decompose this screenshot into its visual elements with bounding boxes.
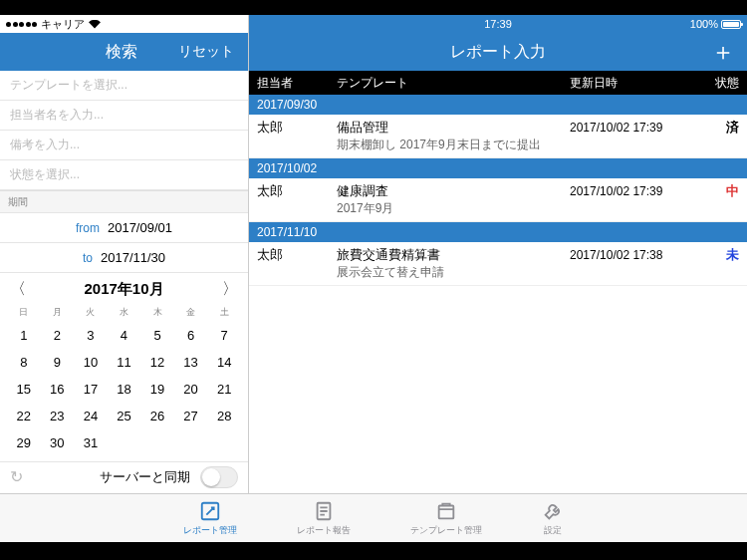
calendar-grid: 日月火水木金土 12345678910111213141516171819202… [6,302,242,457]
tab-template-manage[interactable]: テンプレート管理 [410,500,482,537]
calendar-day[interactable]: 8 [8,350,40,375]
cell-template: 旅費交通費精算書 [337,246,570,264]
from-value: 2017/09/01 [108,220,172,235]
search-title: 検索 [64,42,178,63]
calendar-day[interactable]: 28 [208,404,240,428]
battery-percent: 100% [690,18,718,30]
calendar-day[interactable]: 20 [175,377,207,402]
calendar-day[interactable]: 29 [8,430,40,455]
cell-assignee: 太郎 [257,119,337,137]
tab-report-send[interactable]: レポート報告 [297,500,351,537]
calendar-day [141,430,173,455]
calendar-day[interactable]: 16 [42,377,74,402]
template-select[interactable]: テンプレートを選択... [0,71,248,101]
calendar-day[interactable]: 13 [175,350,207,375]
compose-icon [199,500,221,522]
clock: 17:39 [484,18,512,30]
carrier-label: キャリア [41,17,85,32]
calendar-day[interactable]: 23 [42,404,74,428]
tab-bar: レポート管理 レポート報告 テンプレート管理 設定 [0,493,747,542]
prev-month-button[interactable]: 〈 [10,279,26,300]
calendar-day[interactable]: 18 [109,377,140,402]
report-subtitle: 展示会立て替え申請 [249,264,747,286]
calendar-day[interactable]: 22 [8,404,40,428]
cell-status: 中 [699,182,739,200]
cell-updated: 2017/10/02 17:38 [570,248,699,262]
to-value: 2017/11/30 [101,250,165,265]
refresh-icon[interactable]: ↻ [10,467,23,486]
next-month-button[interactable]: 〉 [222,279,238,300]
cell-assignee: 太郎 [257,246,337,264]
calendar-day[interactable]: 11 [109,350,140,375]
status-select[interactable]: 状態を選択... [0,160,248,190]
calendar-day[interactable]: 17 [75,377,107,402]
calendar-day[interactable]: 1 [8,323,40,348]
date-to-row[interactable]: to 2017/11/30 [0,243,248,273]
calendar-day[interactable]: 27 [175,404,207,428]
sync-label: サーバーと同期 [100,468,190,486]
calendar-day[interactable]: 5 [141,323,173,348]
search-panel: キャリア 検索 リセット テンプレートを選択... 担当者名を入力... 備考を… [0,15,249,493]
top-black-bar [0,0,747,15]
calendar-day[interactable]: 6 [175,323,207,348]
calendar-day[interactable]: 9 [42,350,74,375]
report-row[interactable]: 太郎健康調査2017/10/02 17:39中 [249,178,747,200]
dow-cell: 金 [175,304,207,321]
assignee-input[interactable]: 担当者名を入力... [0,101,248,131]
calendar-day[interactable]: 25 [109,404,140,428]
calendar-day[interactable]: 31 [75,430,107,455]
report-title: レポート入力 [285,42,711,63]
add-button[interactable]: ＋ [711,36,735,68]
calendar-day[interactable]: 2 [42,323,74,348]
report-panel: 17:39 100% レポート入力 ＋ 担当者 テンプレート 更新日時 状態 2… [249,15,747,493]
calendar-day[interactable]: 21 [208,377,240,402]
calendar-day[interactable]: 19 [141,377,173,402]
sync-toggle[interactable] [200,466,238,488]
signal-icon [6,22,37,27]
calendar-day[interactable]: 14 [208,350,240,375]
dow-cell: 水 [109,304,140,321]
calendar-day[interactable]: 26 [141,404,173,428]
wifi-icon [89,20,101,29]
tab-label: 設定 [544,524,562,537]
column-header: 担当者 テンプレート 更新日時 状態 [249,71,747,95]
svg-rect-2 [439,505,454,518]
cell-status: 済 [699,119,739,137]
period-label: 期間 [0,191,248,213]
calendar-day[interactable]: 4 [109,323,140,348]
cell-updated: 2017/10/02 17:39 [570,184,699,198]
date-from-row[interactable]: from 2017/09/01 [0,213,248,243]
calendar-month: 2017年10月 [84,280,163,299]
report-row[interactable]: 太郎備品管理2017/10/02 17:39済 [249,115,747,137]
calendar-day[interactable]: 24 [75,404,107,428]
tab-label: テンプレート管理 [410,524,482,537]
report-subtitle: 2017年9月 [249,200,747,222]
tab-report-manage[interactable]: レポート管理 [183,500,237,537]
cell-template: 備品管理 [337,119,570,137]
col-assignee: 担当者 [257,75,337,92]
tab-label: レポート管理 [183,524,237,537]
report-row[interactable]: 太郎旅費交通費精算書2017/10/02 17:38未 [249,242,747,264]
calendar-day [208,430,240,455]
dow-cell: 木 [141,304,173,321]
calendar: 〈 2017年10月 〉 日月火水木金土 1234567891011121314… [0,273,248,461]
calendar-day [109,430,140,455]
dow-cell: 日 [8,304,40,321]
group-header: 2017/11/10 [249,222,747,242]
calendar-day[interactable]: 30 [42,430,74,455]
calendar-day[interactable]: 7 [208,323,240,348]
tab-settings[interactable]: 設定 [542,500,564,537]
calendar-day[interactable]: 15 [8,377,40,402]
remarks-input[interactable]: 備考を入力... [0,131,248,160]
calendar-day[interactable]: 10 [75,350,107,375]
group-header: 2017/09/30 [249,95,747,115]
calendar-day[interactable]: 12 [141,350,173,375]
to-label: to [83,251,93,265]
wrench-icon [542,500,564,522]
cell-assignee: 太郎 [257,182,337,200]
template-icon [435,500,457,522]
reset-button[interactable]: リセット [178,43,234,61]
app-frame: キャリア 検索 リセット テンプレートを選択... 担当者名を入力... 備考を… [0,15,747,493]
cell-template: 健康調査 [337,182,570,200]
calendar-day[interactable]: 3 [75,323,107,348]
